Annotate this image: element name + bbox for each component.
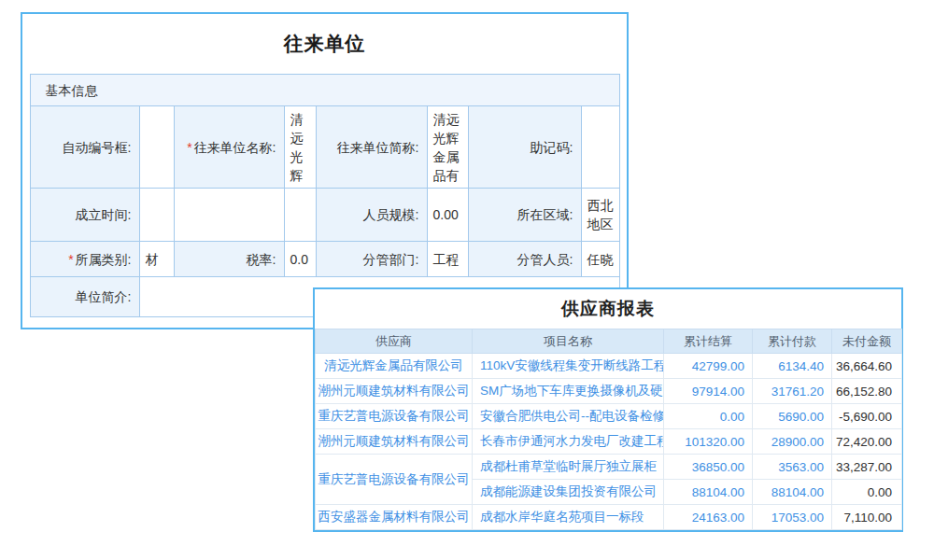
partner-form-title: 往来单位	[22, 14, 627, 74]
category-label: *所属类别:	[30, 242, 139, 277]
established-value[interactable]	[139, 189, 174, 242]
section-header-basic-info: 基本信息	[30, 75, 619, 106]
established-label: 成立时间:	[30, 189, 139, 242]
paid-cell: 17053.00	[753, 505, 832, 530]
profile-label: 单位简介:	[30, 277, 139, 317]
supplier-cell: 重庆艺普电源设备有限公司	[316, 404, 473, 429]
manager-value[interactable]: 任晓	[581, 242, 619, 277]
category-value[interactable]: 材	[139, 242, 174, 277]
col-header-settled: 累计结算	[664, 329, 753, 354]
supplier-cell: 清远光辉金属品有限公司	[316, 354, 473, 379]
staff-size-label: 人员规模:	[316, 189, 427, 242]
report-header-row: 供应商 项目名称 累计结算 累计付款 未付金额	[316, 329, 902, 354]
empty-cell	[284, 189, 316, 242]
col-header-paid: 累计付款	[753, 329, 832, 354]
table-row: 西安盛器金属材料有限公司 成都水岸华庭名苑项目一标段 24163.00 1705…	[316, 505, 902, 530]
project-cell: 长春市伊通河水力发电厂改建工程	[473, 429, 664, 455]
unpaid-cell: -5,690.00	[832, 404, 902, 429]
required-asterisk: *	[187, 140, 191, 155]
unpaid-cell: 0.00	[832, 480, 902, 505]
col-header-supplier: 供应商	[316, 329, 473, 354]
col-header-project: 项目名称	[473, 329, 664, 354]
col-header-unpaid: 未付金额	[832, 329, 902, 354]
paid-cell: 31761.20	[753, 379, 832, 404]
supplier-report-table: 供应商 项目名称 累计结算 累计付款 未付金额 清远光辉金属品有限公司 110k…	[315, 329, 902, 530]
partner-form-panel: 往来单位 基本信息 自动编号框: *往来单位名称: 清远光辉 往来单位简称: 清…	[21, 12, 629, 329]
empty-cell	[174, 189, 284, 242]
table-row: 重庆艺普电源设备有限公司 安徽合肥供电公司--配电设备检修 0.00 5690.…	[316, 404, 902, 429]
supplier-report-title: 供应商报表	[315, 289, 901, 329]
paid-cell: 5690.00	[753, 404, 832, 429]
auto-number-label: 自动编号框:	[30, 106, 139, 189]
unpaid-cell: 36,664.60	[832, 354, 902, 379]
unpaid-cell: 72,420.00	[832, 429, 902, 455]
settled-cell: 101320.00	[664, 429, 753, 455]
department-label: 分管部门:	[316, 242, 427, 277]
region-value[interactable]: 西北地区	[581, 189, 619, 242]
settled-cell: 24163.00	[664, 505, 753, 530]
project-cell: 安徽合肥供电公司--配电设备检修	[473, 404, 664, 429]
unpaid-cell: 7,110.00	[832, 505, 902, 530]
partner-short-label: 往来单位简称:	[316, 106, 427, 189]
paid-cell: 88104.00	[753, 480, 832, 505]
table-row: 重庆艺普电源设备有限公司 成都杜甫草堂临时展厅独立展柜 36850.00 356…	[316, 455, 902, 480]
settled-cell: 36850.00	[664, 455, 753, 480]
supplier-cell-merged: 重庆艺普电源设备有限公司	[316, 455, 473, 505]
staff-size-value[interactable]: 0.00	[427, 189, 468, 242]
table-row: 潮州元顺建筑材料有限公司 SM广场地下车库更换摄像机及硬盘 97914.00 3…	[316, 379, 902, 404]
table-row: 清远光辉金属品有限公司 110kV安徽线程集变开断线路工程 42799.00 6…	[316, 354, 902, 379]
partner-short-value[interactable]: 清远光辉金属品有	[427, 106, 468, 189]
project-cell: 110kV安徽线程集变开断线路工程	[473, 354, 664, 379]
project-cell: 成都能源建设集团投资有限公司	[473, 480, 664, 505]
mnemonic-label: 助记码:	[468, 106, 581, 189]
tax-rate-label: 税率:	[174, 242, 284, 277]
settled-cell: 88104.00	[664, 480, 753, 505]
unpaid-cell: 66,152.80	[832, 379, 902, 404]
partner-name-value[interactable]: 清远光辉	[284, 106, 316, 189]
supplier-cell: 潮州元顺建筑材料有限公司	[316, 379, 473, 404]
project-cell: SM广场地下车库更换摄像机及硬盘	[473, 379, 664, 404]
region-label: 所在区域:	[468, 189, 581, 242]
required-asterisk: *	[68, 252, 73, 267]
settled-cell: 42799.00	[664, 354, 753, 379]
partner-form-grid: 基本信息 自动编号框: *往来单位名称: 清远光辉 往来单位简称: 清远光辉金属…	[30, 74, 620, 317]
manager-label: 分管人员:	[468, 242, 581, 277]
tax-rate-value[interactable]: 0.0	[284, 242, 316, 277]
supplier-report-panel: 供应商报表 供应商 项目名称 累计结算 累计付款 未付金额 清远光辉金属品有限公…	[313, 287, 903, 532]
project-cell: 成都杜甫草堂临时展厅独立展柜	[473, 455, 664, 480]
supplier-cell: 潮州元顺建筑材料有限公司	[316, 429, 473, 455]
paid-cell: 28900.00	[753, 429, 832, 455]
table-row: 潮州元顺建筑材料有限公司 长春市伊通河水力发电厂改建工程 101320.00 2…	[316, 429, 902, 455]
project-cell: 成都水岸华庭名苑项目一标段	[473, 505, 664, 530]
supplier-cell: 西安盛器金属材料有限公司	[316, 505, 473, 530]
settled-cell: 0.00	[664, 404, 753, 429]
partner-name-label: *往来单位名称:	[174, 106, 284, 189]
mnemonic-value[interactable]	[581, 106, 619, 189]
auto-number-value[interactable]	[139, 106, 174, 189]
unpaid-cell: 33,287.00	[832, 455, 902, 480]
department-value[interactable]: 工程	[427, 242, 468, 277]
paid-cell: 6134.40	[753, 354, 832, 379]
paid-cell: 3563.00	[753, 455, 832, 480]
settled-cell: 97914.00	[664, 379, 753, 404]
